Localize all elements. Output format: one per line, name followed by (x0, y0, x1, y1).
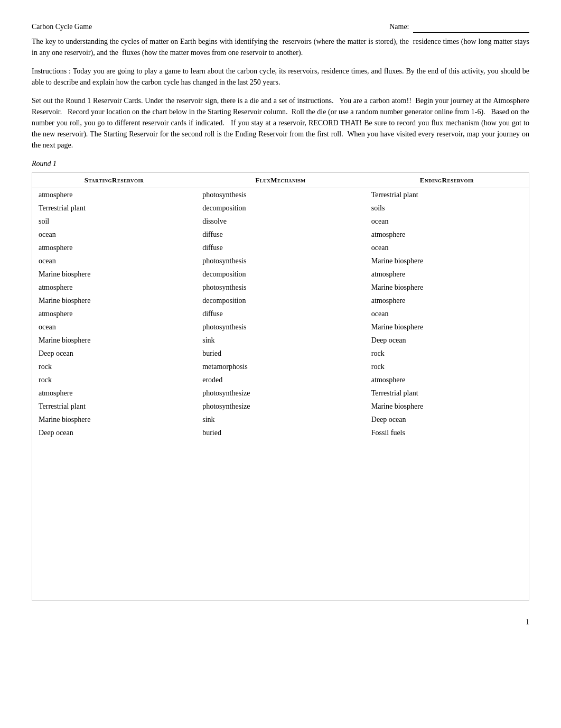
cell-start: atmosphere (32, 188, 196, 201)
cell-end: rock (365, 360, 529, 373)
empty-cell (32, 519, 196, 532)
empty-cell (196, 466, 365, 479)
empty-cell (365, 492, 529, 505)
empty-cell (196, 439, 365, 453)
empty-row (32, 519, 529, 532)
page-number: 1 (32, 616, 529, 628)
cell-end: soils (365, 201, 529, 215)
paragraph-2: Instructions : Today you are going to pl… (32, 66, 529, 88)
empty-cell (32, 545, 196, 558)
empty-row (32, 545, 529, 558)
table-row: soildissolveocean (32, 215, 529, 228)
empty-cell (32, 558, 196, 572)
cell-flux: eroded (196, 373, 365, 386)
cell-flux: diffuse (196, 228, 365, 241)
document-header: Carbon Cycle Game Name: (32, 21, 529, 33)
table-header-row: StartingReservoir FluxMechanism EndingRe… (32, 173, 529, 188)
empty-cell (32, 479, 196, 492)
cell-end: Marine biosphere (365, 281, 529, 294)
cell-flux: photosynthesis (196, 320, 365, 334)
cell-end: Marine biosphere (365, 320, 529, 334)
empty-cell (365, 558, 529, 572)
empty-cell (196, 519, 365, 532)
cell-end: Deep ocean (365, 334, 529, 347)
cell-end: rock (365, 347, 529, 360)
table-row: Marine biospheredecompositionatmosphere (32, 294, 529, 307)
cell-end: Deep ocean (365, 413, 529, 426)
cell-end: atmosphere (365, 373, 529, 386)
empty-row (32, 585, 529, 600)
cell-end: Marine biosphere (365, 254, 529, 268)
cell-start: atmosphere (32, 281, 196, 294)
empty-cell (365, 439, 529, 453)
empty-row (32, 439, 529, 453)
empty-cell (196, 558, 365, 572)
cell-end: ocean (365, 307, 529, 320)
col-header-flux: FluxMechanism (196, 173, 365, 188)
cell-end: ocean (365, 241, 529, 254)
cell-start: Marine biosphere (32, 413, 196, 426)
cell-flux: decomposition (196, 294, 365, 307)
empty-cell (365, 585, 529, 600)
cell-start: rock (32, 373, 196, 386)
empty-row (32, 532, 529, 545)
empty-row (32, 492, 529, 505)
cell-flux: sink (196, 413, 365, 426)
empty-cell (32, 466, 196, 479)
cell-end: Fossil fuels (365, 426, 529, 439)
cell-start: ocean (32, 228, 196, 241)
cell-start: ocean (32, 254, 196, 268)
cell-flux: dissolve (196, 215, 365, 228)
empty-row (32, 453, 529, 466)
table-row: Marine biospheredecompositionatmosphere (32, 268, 529, 281)
empty-cell (365, 572, 529, 585)
empty-cell (196, 572, 365, 585)
empty-cell (32, 453, 196, 466)
cell-flux: diffuse (196, 307, 365, 320)
empty-cell (32, 572, 196, 585)
table-row: Deep oceanburiedFossil fuels (32, 426, 529, 439)
cell-start: Terrestrial plant (32, 400, 196, 413)
empty-row (32, 505, 529, 519)
cell-start: soil (32, 215, 196, 228)
round-label: Round 1 (32, 158, 529, 169)
cell-start: Marine biosphere (32, 294, 196, 307)
cell-start: Deep ocean (32, 347, 196, 360)
cell-flux: buried (196, 426, 365, 439)
empty-cell (365, 532, 529, 545)
cell-end: Marine biosphere (365, 400, 529, 413)
cell-end: Terrestrial plant (365, 188, 529, 201)
paragraph-1: The key to understanding the cycles of m… (32, 36, 529, 58)
empty-cell (196, 532, 365, 545)
cell-flux: photosynthesize (196, 400, 365, 413)
cell-end: atmosphere (365, 228, 529, 241)
cell-start: Terrestrial plant (32, 201, 196, 215)
cell-flux: decomposition (196, 268, 365, 281)
empty-row (32, 558, 529, 572)
empty-cell (365, 453, 529, 466)
cell-start: atmosphere (32, 307, 196, 320)
empty-cell (365, 466, 529, 479)
table-row: Terrestrial plantdecompositionsoils (32, 201, 529, 215)
table-row: Marine biospheresinkDeep ocean (32, 334, 529, 347)
table-row: Marine biospheresinkDeep ocean (32, 413, 529, 426)
empty-cell (365, 545, 529, 558)
name-field-label: Name: (389, 21, 529, 33)
empty-cell (196, 545, 365, 558)
cell-flux: diffuse (196, 241, 365, 254)
empty-cell (365, 505, 529, 519)
table-row: Deep oceanburiedrock (32, 347, 529, 360)
col-header-end: EndingReservoir (365, 173, 529, 188)
table-row: rockerodedatmosphere (32, 373, 529, 386)
empty-cell (196, 479, 365, 492)
cell-end: Terrestrial plant (365, 386, 529, 400)
empty-cell (196, 492, 365, 505)
cell-flux: buried (196, 347, 365, 360)
table-row: oceanphotosynthesisMarine biosphere (32, 320, 529, 334)
table-row: atmospherediffuseocean (32, 307, 529, 320)
table-row: atmospherediffuseocean (32, 241, 529, 254)
col-header-start: StartingReservoir (32, 173, 196, 188)
cell-flux: decomposition (196, 201, 365, 215)
round-table: StartingReservoir FluxMechanism EndingRe… (32, 172, 529, 601)
cell-start: Deep ocean (32, 426, 196, 439)
